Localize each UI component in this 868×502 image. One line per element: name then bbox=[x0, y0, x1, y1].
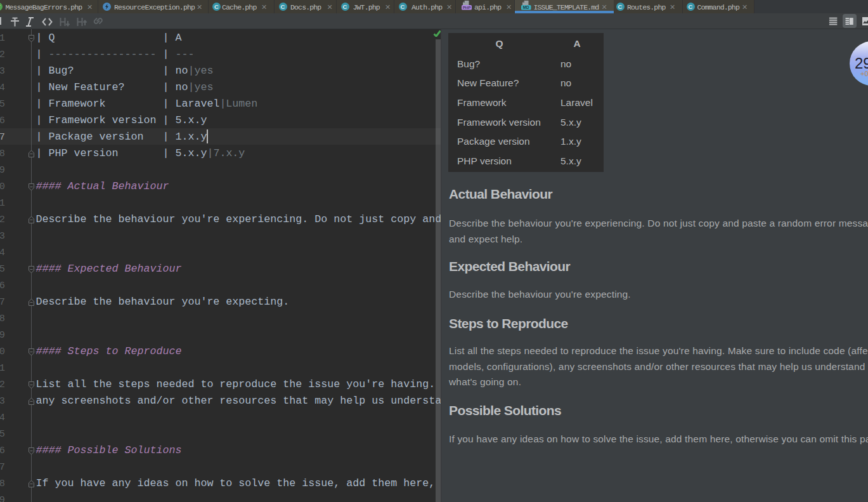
svg-text:MD: MD bbox=[522, 5, 529, 10]
svg-text:PHP: PHP bbox=[463, 5, 471, 10]
